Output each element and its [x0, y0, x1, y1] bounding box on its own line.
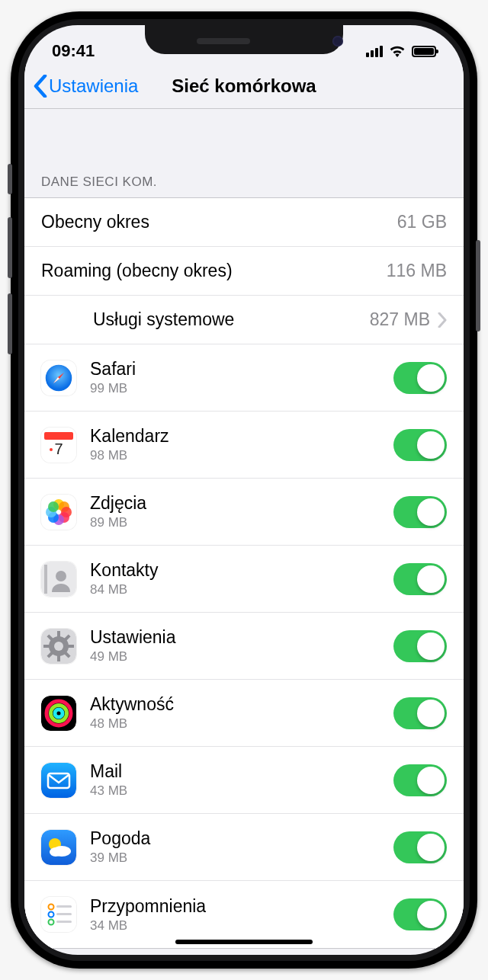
svg-rect-4 [44, 432, 73, 440]
svg-point-39 [50, 847, 62, 857]
app-name: Kontakty [90, 560, 380, 581]
app-row-mail: Mail 43 MB [24, 747, 464, 814]
svg-rect-23 [43, 645, 50, 648]
svg-point-15 [48, 501, 59, 512]
chevron-left-icon [34, 75, 47, 98]
app-usage: 48 MB [90, 716, 380, 732]
app-name: Safari [90, 359, 380, 380]
svg-point-18 [56, 571, 66, 581]
navigation-bar: Ustawienia Sieć komórkowa [24, 63, 464, 109]
row-system-services[interactable]: Usługi systemowe 827 MB [24, 296, 464, 344]
app-name: Zdjęcia [90, 493, 380, 514]
svg-rect-21 [57, 631, 60, 637]
app-row-calendar: 7 Kalendarz 98 MB [24, 412, 464, 479]
calendar-icon: 7 [41, 428, 76, 463]
toggle-calendar[interactable] [393, 429, 447, 461]
current-period-label: Obecny okres [41, 212, 397, 232]
app-name: Kalendarz [90, 426, 380, 447]
app-name: Aktywność [90, 694, 380, 715]
app-row-weather: Pogoda 39 MB [24, 814, 464, 881]
battery-icon [412, 46, 436, 57]
app-usage: 89 MB [90, 515, 380, 530]
roaming-value: 116 MB [387, 261, 447, 281]
svg-rect-34 [41, 763, 76, 798]
status-time: 09:41 [52, 41, 95, 61]
toggle-photos[interactable] [393, 496, 447, 528]
app-usage: 39 MB [90, 850, 380, 866]
system-services-label: Usługi systemowe [93, 309, 370, 330]
svg-point-29 [54, 642, 63, 651]
home-indicator[interactable] [175, 940, 313, 944]
back-button[interactable]: Ustawienia [24, 75, 138, 98]
app-usage: 34 MB [90, 918, 380, 934]
svg-rect-24 [68, 645, 74, 648]
app-usage: 98 MB [90, 448, 380, 463]
toggle-activity[interactable] [393, 697, 447, 729]
svg-rect-46 [56, 921, 72, 923]
device-notch [145, 25, 343, 54]
app-row-safari: Safari 99 MB [24, 344, 464, 412]
contacts-icon [41, 562, 76, 597]
toggle-safari[interactable] [393, 362, 447, 394]
toggle-mail[interactable] [393, 764, 447, 796]
toggle-settings[interactable] [393, 630, 447, 662]
svg-rect-22 [57, 655, 60, 661]
svg-text:7: 7 [54, 440, 63, 457]
safari-icon [41, 360, 76, 396]
svg-rect-17 [44, 565, 47, 594]
settings-icon [41, 629, 76, 664]
reminders-icon [41, 897, 76, 932]
svg-point-6 [50, 448, 53, 451]
toggle-contacts[interactable] [393, 563, 447, 595]
data-usage-list: Obecny okres 61 GB Roaming (obecny okres… [24, 197, 464, 949]
row-roaming-period: Roaming (obecny okres) 116 MB [24, 247, 464, 296]
app-name: Przypomnienia [90, 896, 380, 917]
app-row-activity: Aktywność 48 MB [24, 680, 464, 747]
photos-icon [41, 495, 76, 530]
app-name: Ustawienia [90, 627, 380, 648]
app-row-settings: Ustawienia 49 MB [24, 613, 464, 680]
app-usage: 84 MB [90, 582, 380, 597]
system-services-value: 827 MB [370, 309, 430, 330]
app-name: Mail [90, 761, 380, 782]
cellular-signal-icon [366, 46, 383, 57]
app-usage: 99 MB [90, 381, 380, 396]
app-row-photos: Zdjęcia 89 MB [24, 479, 464, 546]
toggle-reminders[interactable] [393, 898, 447, 930]
mail-icon [41, 763, 76, 798]
roaming-label: Roaming (obecny okres) [41, 261, 387, 281]
svg-rect-44 [56, 905, 72, 908]
section-header-cellular-data: Dane sieci kom. [24, 175, 464, 197]
wifi-icon [389, 45, 406, 57]
row-current-period: Obecny okres 61 GB [24, 198, 464, 247]
current-period-value: 61 GB [397, 212, 447, 232]
chevron-right-icon [438, 312, 447, 328]
app-row-reminders: Przypomnienia 34 MB [24, 881, 464, 948]
weather-icon [41, 830, 76, 865]
app-usage: 49 MB [90, 649, 380, 665]
svg-rect-45 [56, 913, 72, 915]
app-usage: 43 MB [90, 783, 380, 799]
app-row-contacts: Kontakty 84 MB [24, 546, 464, 613]
back-label: Ustawienia [49, 75, 138, 97]
app-name: Pogoda [90, 828, 380, 849]
toggle-weather[interactable] [393, 831, 447, 863]
activity-icon [41, 696, 76, 731]
